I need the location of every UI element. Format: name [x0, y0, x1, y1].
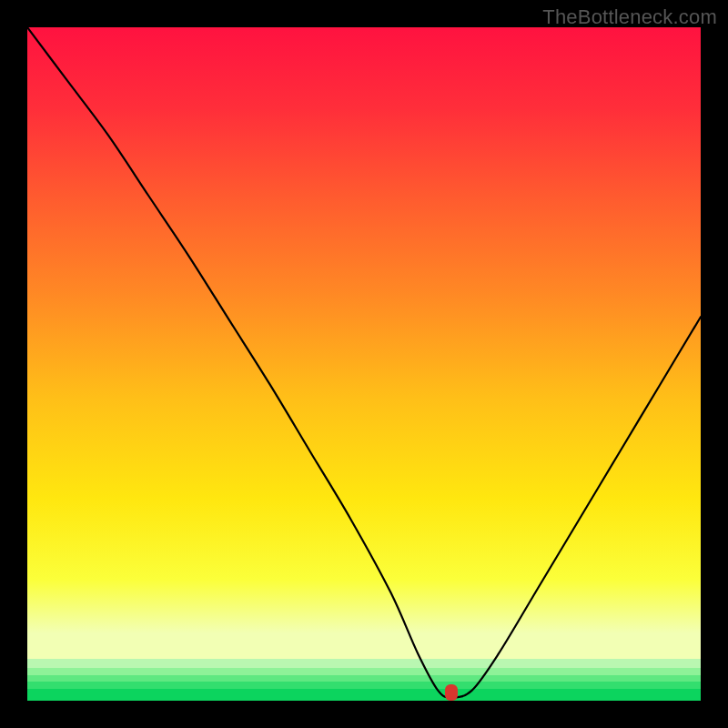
bottleneck-curve: [27, 27, 701, 701]
watermark-text: TheBottleneck.com: [542, 5, 717, 29]
chart-frame: TheBottleneck.com: [0, 0, 728, 728]
optimal-point-marker: [445, 684, 458, 701]
plot-area: [27, 27, 701, 701]
